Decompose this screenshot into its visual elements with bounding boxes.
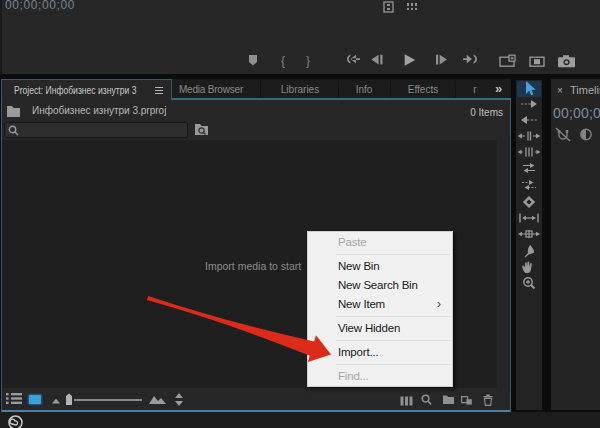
svg-text:{: { [281,54,285,68]
svg-text:}: } [306,54,310,68]
